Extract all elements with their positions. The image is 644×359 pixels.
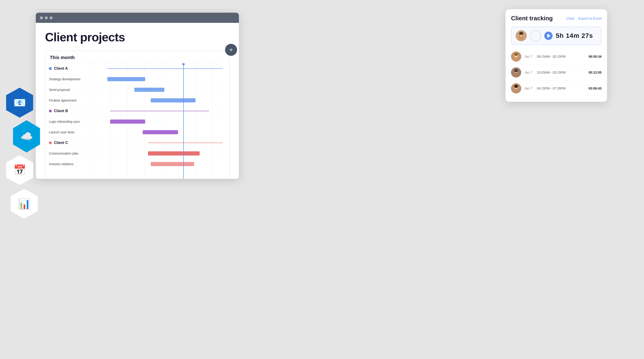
svg-point-2 bbox=[518, 36, 524, 40]
add-entry-container: + bbox=[225, 44, 237, 56]
svg-point-4 bbox=[519, 32, 523, 35]
finalize-agreement-text: Finalize agreement bbox=[49, 98, 76, 102]
investor-relations-label: Investor relations bbox=[45, 159, 94, 169]
gantt-period-label: This month bbox=[45, 51, 230, 63]
time-entries: Jan 7 08:15AM - 02:15PM 06:00:34 Jan 7 1… bbox=[511, 49, 602, 96]
client-a-row bbox=[94, 63, 230, 74]
entry-2-duration: 05:12:05 bbox=[588, 71, 602, 74]
logo-rebranding-bar bbox=[110, 119, 146, 124]
entry-3-duration: 03:06:43 bbox=[588, 86, 602, 90]
active-timer-value: 5h 14m 27s bbox=[556, 32, 593, 39]
active-timer-row: 5h 14m 27s bbox=[511, 26, 602, 45]
strategy-dev-bar bbox=[107, 77, 146, 81]
entry-2-range: 10:03AM - 03:15PM bbox=[537, 71, 585, 74]
logo-rebranding-row bbox=[94, 116, 230, 127]
add-avatar-placeholder bbox=[530, 30, 541, 41]
browser-dot-1 bbox=[40, 16, 43, 19]
client-a-label: Client A bbox=[45, 63, 94, 74]
today-line bbox=[183, 63, 184, 179]
browser-titlebar bbox=[36, 13, 239, 23]
svg-point-8 bbox=[514, 53, 518, 56]
svg-point-17 bbox=[514, 85, 518, 88]
gantt-chart-area bbox=[94, 63, 230, 179]
svg-rect-13 bbox=[514, 70, 518, 72]
gantt-labels: Client A Strategy development Send propo… bbox=[45, 63, 94, 179]
svg-point-7 bbox=[513, 57, 519, 60]
entry-1-date: Jan 7 bbox=[524, 55, 534, 58]
app-icons-container: 📧 ☁️ 📅 📊 bbox=[4, 88, 42, 219]
panel-header: Client tracking Clear Export to Excel bbox=[511, 15, 602, 22]
excel-icon-wrap[interactable]: 📊 bbox=[9, 189, 39, 219]
active-user-avatar bbox=[516, 30, 527, 41]
gcal-icon: 📅 bbox=[4, 155, 34, 185]
excel-icon: 📊 bbox=[9, 189, 39, 219]
client-c-label: Client C bbox=[45, 137, 94, 148]
client-a-dot bbox=[49, 67, 52, 70]
client-c-row bbox=[94, 137, 230, 148]
time-entry-3: Jan 7 04:15PM - 07:26PM 03:06:43 bbox=[511, 80, 602, 96]
client-b-line bbox=[110, 110, 209, 111]
outlook-icon-wrap[interactable]: 📧 bbox=[4, 88, 34, 118]
entry-3-date: Jan 7 bbox=[524, 86, 534, 90]
entry-3-avatar bbox=[511, 83, 521, 93]
send-proposal-bar bbox=[134, 88, 164, 92]
comm-plan-label: Communication plan bbox=[45, 148, 94, 159]
comm-plan-bar bbox=[148, 151, 200, 155]
svg-point-16 bbox=[513, 89, 519, 92]
entry-1-range: 08:15AM - 02:15PM bbox=[537, 55, 585, 58]
logo-rebranding-label: Logo rebranding sync bbox=[45, 116, 94, 127]
client-b-row bbox=[94, 106, 230, 116]
comm-plan-row bbox=[94, 148, 230, 159]
finalize-agreement-row bbox=[94, 95, 230, 106]
strategy-dev-row bbox=[94, 74, 230, 84]
add-entry-button[interactable]: + bbox=[225, 44, 237, 56]
launch-user-tests-row bbox=[94, 127, 230, 137]
finalize-agreement-bar bbox=[151, 98, 196, 102]
send-proposal-text: Send proposal bbox=[49, 88, 70, 92]
strategy-dev-label: Strategy development bbox=[45, 74, 94, 84]
play-button[interactable] bbox=[544, 32, 552, 40]
client-c-name: Client C bbox=[54, 141, 68, 145]
page-title: Client projects bbox=[45, 30, 230, 44]
tracking-panel: Client tracking Clear Export to Excel 5h… bbox=[506, 9, 607, 102]
gantt-rows bbox=[94, 63, 230, 179]
browser-content: Client projects This month Client A Stra… bbox=[36, 23, 239, 179]
svg-point-11 bbox=[513, 73, 519, 76]
entry-3-range: 04:15PM - 07:26PM bbox=[537, 86, 585, 90]
outlook-icon: 📧 bbox=[4, 88, 34, 118]
gcal-icon-wrap[interactable]: 📅 bbox=[4, 155, 34, 185]
client-b-name: Client B bbox=[54, 109, 68, 113]
browser-window: Client projects This month Client A Stra… bbox=[36, 13, 239, 179]
launch-user-tests-bar bbox=[143, 130, 178, 134]
investor-relations-row bbox=[94, 159, 230, 169]
strategy-dev-text: Strategy development bbox=[49, 77, 80, 81]
entry-1-avatar bbox=[511, 51, 521, 62]
logo-rebranding-text: Logo rebranding sync bbox=[49, 120, 80, 123]
comm-plan-text: Communication plan bbox=[49, 152, 78, 155]
client-c-dot bbox=[49, 141, 52, 144]
client-a-name: Client A bbox=[54, 66, 68, 71]
finalize-agreement-label: Finalize agreement bbox=[45, 95, 94, 106]
entry-2-avatar bbox=[511, 67, 521, 77]
panel-actions: Clear Export to Excel bbox=[566, 16, 602, 20]
time-entry-2: Jan 7 10:03AM - 03:15PM 05:12:05 bbox=[511, 65, 602, 80]
launch-user-tests-label: Launch user tests bbox=[45, 127, 94, 137]
send-proposal-row bbox=[94, 84, 230, 95]
salesforce-icon-wrap[interactable]: ☁️ bbox=[12, 121, 42, 151]
entry-2-date: Jan 7 bbox=[524, 71, 534, 74]
investor-relations-bar bbox=[151, 162, 194, 166]
send-proposal-label: Send proposal bbox=[45, 84, 94, 95]
play-icon bbox=[547, 34, 550, 38]
panel-title: Client tracking bbox=[511, 15, 553, 22]
time-entry-1: Jan 7 08:15AM - 02:15PM 06:00:34 bbox=[511, 49, 602, 65]
client-c-line bbox=[148, 142, 222, 143]
browser-dot-3 bbox=[50, 16, 53, 19]
gantt-body: Client A Strategy development Send propo… bbox=[45, 63, 230, 179]
client-b-dot bbox=[49, 110, 52, 112]
export-button[interactable]: Export to Excel bbox=[578, 16, 602, 20]
clear-button[interactable]: Clear bbox=[566, 16, 574, 20]
investor-relations-text: Investor relations bbox=[49, 162, 74, 166]
launch-user-tests-text: Launch user tests bbox=[49, 130, 74, 134]
client-b-label: Client B bbox=[45, 106, 94, 116]
client-a-line bbox=[107, 68, 223, 69]
